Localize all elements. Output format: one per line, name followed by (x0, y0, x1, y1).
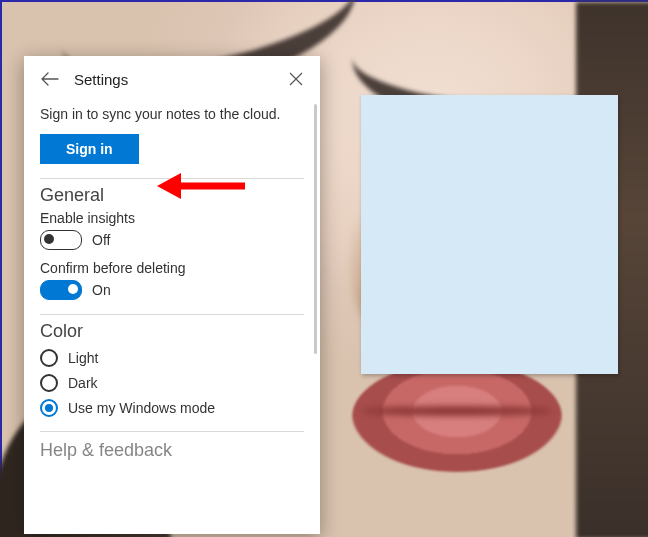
color-option-label: Light (68, 350, 98, 366)
color-option-label: Use my Windows mode (68, 400, 215, 416)
settings-title: Settings (74, 71, 274, 88)
divider (40, 431, 304, 432)
color-option-label: Dark (68, 375, 98, 391)
color-option-dark[interactable]: Dark (40, 374, 304, 392)
settings-panel: Settings Sign in to sync your notes to t… (24, 56, 320, 534)
confirm-delete-state: On (92, 282, 111, 298)
confirm-delete-label: Confirm before deleting (40, 260, 304, 276)
insights-state: Off (92, 232, 110, 248)
radio-icon (40, 349, 58, 367)
close-button[interactable] (288, 71, 304, 87)
insights-label: Enable insights (40, 210, 304, 226)
divider (40, 178, 304, 179)
sign-in-button[interactable]: Sign in (40, 134, 139, 164)
color-option-windows-mode[interactable]: Use my Windows mode (40, 399, 304, 417)
radio-icon (40, 399, 58, 417)
help-feedback-heading: Help & feedback (40, 440, 304, 461)
divider (40, 314, 304, 315)
sync-message: Sign in to sync your notes to the cloud. (40, 106, 304, 122)
back-button[interactable] (40, 69, 60, 89)
sticky-note[interactable] (361, 95, 618, 374)
confirm-delete-toggle[interactable] (40, 280, 82, 300)
color-heading: Color (40, 321, 304, 342)
general-heading: General (40, 185, 304, 206)
scrollbar[interactable] (314, 104, 317, 354)
radio-icon (40, 374, 58, 392)
insights-toggle[interactable] (40, 230, 82, 250)
color-option-light[interactable]: Light (40, 349, 304, 367)
